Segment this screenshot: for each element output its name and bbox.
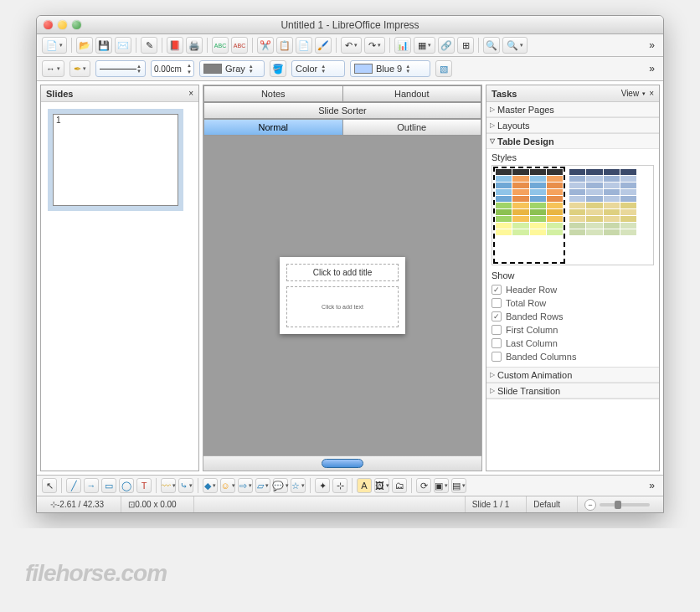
tasks-view-menu[interactable]: View xyxy=(621,89,640,98)
check-first-column[interactable]: First Column xyxy=(492,323,654,337)
gallery-button[interactable]: 🗂 xyxy=(392,478,407,493)
shadow-button[interactable]: ▧ xyxy=(435,60,452,77)
line-endings-button[interactable]: ✒▾ xyxy=(69,60,90,77)
tab-slide-sorter[interactable]: Slide Sorter xyxy=(203,102,481,119)
basic-shapes-tool[interactable]: ◆▾ xyxy=(203,478,218,493)
copy-button[interactable]: 📋 xyxy=(276,37,293,54)
slides-list[interactable]: 1 xyxy=(41,102,198,471)
tasks-panel-title: Tasks xyxy=(492,89,517,99)
connector-tool[interactable]: ⤷▾ xyxy=(178,478,193,493)
print-button[interactable]: 🖨️ xyxy=(186,37,203,54)
title-placeholder[interactable]: Click to add title xyxy=(286,264,399,281)
edit-mode-button[interactable]: ✎ xyxy=(141,37,157,54)
table-design-body: Styles xyxy=(486,149,659,367)
check-header-row[interactable]: ✓Header Row xyxy=(492,283,654,296)
chart-button[interactable]: 📊 xyxy=(394,37,411,54)
status-size: ⊡ 0.00 x 0.00 xyxy=(121,496,183,512)
edit-points-tool[interactable]: ✦ xyxy=(315,478,330,493)
format-paintbrush-button[interactable]: 🖌️ xyxy=(315,37,332,54)
line-style-combo[interactable]: ▲▼ xyxy=(95,60,146,77)
line-tool[interactable]: ╱ xyxy=(66,478,81,493)
check-banded-rows[interactable]: ✓Banded Rows xyxy=(492,310,654,323)
section-master-pages[interactable]: ▷Master Pages xyxy=(486,102,659,117)
zoom-page-button[interactable]: 🔍 xyxy=(483,37,500,54)
check-total-row[interactable]: Total Row xyxy=(492,296,654,310)
zoom-slider[interactable] xyxy=(600,503,650,507)
tab-notes[interactable]: Notes xyxy=(203,85,343,102)
rotate-button[interactable]: ⟳ xyxy=(416,478,431,493)
tasks-panel-header: Tasks View ▾ × xyxy=(486,85,659,102)
zoom-control[interactable]: − xyxy=(577,496,656,512)
zoom-out-button[interactable]: − xyxy=(584,499,596,511)
navigator-button[interactable]: ⊞ xyxy=(457,37,474,54)
scrollbar-thumb[interactable] xyxy=(322,459,363,468)
slides-panel-title: Slides xyxy=(46,89,73,99)
redo-button[interactable]: ↷▾ xyxy=(364,37,385,54)
fontwork-button[interactable]: A xyxy=(357,478,372,493)
drawing-toolbar-overflow[interactable]: » xyxy=(646,480,658,491)
tasks-panel: Tasks View ▾ × ▷Master Pages ▷Layouts ▽T… xyxy=(486,85,660,471)
save-button[interactable]: 💾 xyxy=(95,37,112,54)
horizontal-scrollbar[interactable] xyxy=(203,455,481,471)
align-button[interactable]: ▣▾ xyxy=(434,478,449,493)
status-position: ⊹ -2.61 / 42.33 xyxy=(44,496,111,512)
arrow-tool[interactable]: → xyxy=(84,478,99,493)
slide-thumbnail-selected[interactable]: 1 xyxy=(48,109,183,211)
ellipse-tool[interactable]: ◯ xyxy=(119,478,134,493)
fill-bucket-button[interactable]: 🪣 xyxy=(270,60,286,77)
new-document-button[interactable]: 📄▾ xyxy=(42,37,67,54)
check-banded-columns[interactable]: Banded Columns xyxy=(492,350,654,363)
tab-outline[interactable]: Outline xyxy=(343,119,482,136)
area-color-combo[interactable]: Gray▲▼ xyxy=(199,60,265,77)
titlebar: Untitled 1 - LibreOffice Impress xyxy=(37,16,663,34)
line-width-spinner[interactable]: 0.00cm▲▼ xyxy=(151,60,194,77)
cut-button[interactable]: ✂️ xyxy=(257,37,274,54)
fill-color-combo[interactable]: Blue 9▲▼ xyxy=(350,60,430,77)
callouts-tool[interactable]: 💬▾ xyxy=(273,478,288,493)
table-style-1[interactable] xyxy=(496,169,563,261)
select-tool[interactable]: ↖ xyxy=(42,478,57,493)
spellcheck-button[interactable]: ABC xyxy=(212,37,229,54)
section-layouts[interactable]: ▷Layouts xyxy=(486,118,659,133)
status-bar: ⊹ -2.61 / 42.33 ⊡ 0.00 x 0.00 Slide 1 / … xyxy=(37,496,663,512)
tab-normal[interactable]: Normal xyxy=(203,119,343,136)
check-last-column[interactable]: Last Column xyxy=(492,337,654,350)
fill-type-combo[interactable]: Color▲▼ xyxy=(291,60,345,77)
rectangle-tool[interactable]: ▭ xyxy=(101,478,116,493)
slides-panel-header: Slides × xyxy=(41,85,198,102)
stars-tool[interactable]: ☆▾ xyxy=(291,478,306,493)
toolbar-overflow-button[interactable]: » xyxy=(646,39,658,51)
flowchart-tool[interactable]: ▱▾ xyxy=(255,478,270,493)
status-page-style[interactable]: Default xyxy=(526,496,567,512)
slide-edit-area[interactable]: Click to add title Click to add text xyxy=(203,136,481,455)
styles-label: Styles xyxy=(492,152,654,162)
from-file-button[interactable]: 🖼▾ xyxy=(374,478,389,493)
zoom-button[interactable]: 🔍▾ xyxy=(502,37,528,54)
hyperlink-button[interactable]: 🔗 xyxy=(438,37,455,54)
curve-tool[interactable]: 〰▾ xyxy=(161,478,176,493)
status-slide-count: Slide 1 / 1 xyxy=(465,496,516,512)
email-button[interactable]: ✉️ xyxy=(115,37,131,54)
paste-button[interactable]: 📄 xyxy=(296,37,312,54)
glue-points-tool[interactable]: ⊹ xyxy=(332,478,347,493)
section-table-design[interactable]: ▽Table Design xyxy=(486,134,659,149)
view-tabs-row1: Notes Handout xyxy=(203,85,481,102)
export-pdf-button[interactable]: 📕 xyxy=(167,37,183,54)
table-button[interactable]: ▦▾ xyxy=(414,37,435,54)
auto-spellcheck-button[interactable]: ABC xyxy=(231,37,248,54)
section-slide-transition[interactable]: ▷Slide Transition xyxy=(486,383,659,399)
text-tool[interactable]: T xyxy=(136,478,152,493)
block-arrows-tool[interactable]: ⇨▾ xyxy=(238,478,253,493)
tasks-panel-close-button[interactable]: × xyxy=(649,89,654,98)
undo-button[interactable]: ↶▾ xyxy=(341,37,362,54)
open-button[interactable]: 📂 xyxy=(76,37,93,54)
arrow-style-button[interactable]: ↔▾ xyxy=(42,60,64,77)
table-style-2[interactable] xyxy=(569,169,636,261)
tab-handout[interactable]: Handout xyxy=(343,85,482,102)
slides-panel-close-button[interactable]: × xyxy=(188,89,193,98)
body-placeholder[interactable]: Click to add text xyxy=(286,286,399,327)
toolbar2-overflow-button[interactable]: » xyxy=(646,63,658,75)
section-custom-animation[interactable]: ▷Custom Animation xyxy=(486,368,659,383)
arrange-button[interactable]: ▤▾ xyxy=(451,478,466,493)
symbol-shapes-tool[interactable]: ☺▾ xyxy=(220,478,235,493)
